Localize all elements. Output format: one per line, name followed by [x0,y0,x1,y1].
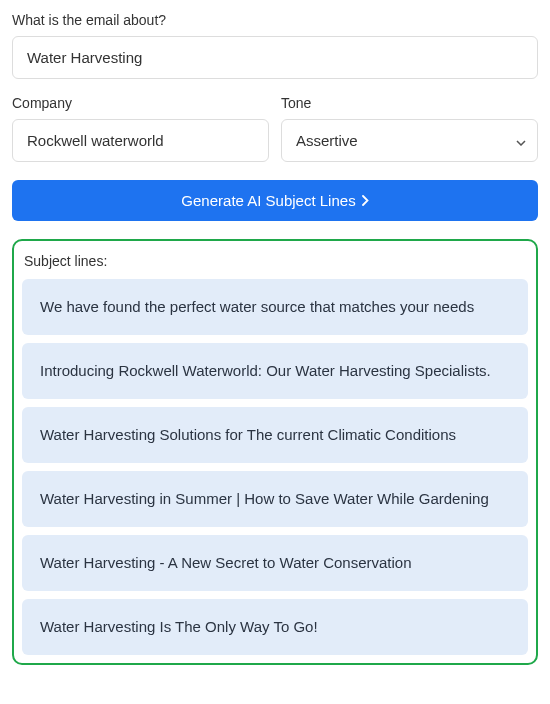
email-about-field: What is the email about? [12,12,538,79]
subject-line[interactable]: Introducing Rockwell Waterworld: Our Wat… [22,343,528,399]
generate-button[interactable]: Generate AI Subject Lines [12,180,538,221]
email-about-input[interactable] [12,36,538,79]
subject-line[interactable]: Water Harvesting Is The Only Way To Go! [22,599,528,655]
generate-button-label: Generate AI Subject Lines [181,192,355,209]
tone-field: Tone Assertive [281,95,538,162]
company-field: Company [12,95,269,162]
tone-label: Tone [281,95,538,111]
company-input[interactable] [12,119,269,162]
results-title: Subject lines: [22,253,528,269]
company-label: Company [12,95,269,111]
subject-line[interactable]: We have found the perfect water source t… [22,279,528,335]
subject-line[interactable]: Water Harvesting Solutions for The curre… [22,407,528,463]
email-about-label: What is the email about? [12,12,538,28]
subject-line[interactable]: Water Harvesting - A New Secret to Water… [22,535,528,591]
subject-line[interactable]: Water Harvesting in Summer | How to Save… [22,471,528,527]
tone-select[interactable]: Assertive [281,119,538,162]
chevron-right-icon [362,192,369,209]
results-box: Subject lines: We have found the perfect… [12,239,538,665]
